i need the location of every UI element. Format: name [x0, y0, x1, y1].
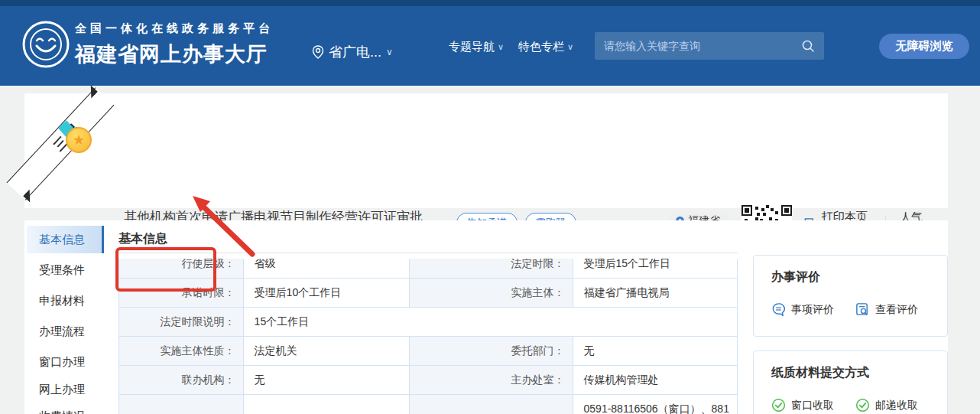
table-row: 0591-88116506（窗口）、881 — [119, 395, 737, 414]
paper-material-card-title: 纸质材料提交方式 — [771, 365, 947, 381]
comment-icon — [771, 302, 786, 317]
entrusting-dept-value: 无 — [573, 337, 737, 365]
paper-material-card: 纸质材料提交方式 窗口收取 邮递收取 — [753, 350, 948, 414]
sidebar-item-fee-info[interactable]: 收费情况 — [39, 409, 85, 414]
chevron-down-icon: ∨ — [567, 42, 573, 52]
nav-label: 特色专栏 — [518, 40, 564, 54]
joint-org-label: 联办机构： — [119, 366, 244, 394]
promised-time-value: 受理后10个工作日 — [244, 279, 410, 307]
nav-topic-guide[interactable]: 专题导航 ∨ — [449, 40, 504, 54]
service-summary-card: 三星 ★ 其他机构首次申请广播电视节目制作经营许可证审批 告知承诺 零跑腿 福建… — [24, 93, 948, 208]
host-office-value: 传媒机构管理处 — [573, 366, 737, 394]
mail-collect-label: 邮递收取 — [875, 399, 918, 412]
location-label: 省广电... — [329, 43, 381, 61]
row-label: 行使层级： — [119, 259, 244, 279]
accessibility-button[interactable]: 无障碍浏览 — [879, 34, 969, 59]
window-collect-label: 窗口收取 — [791, 399, 834, 412]
item-evaluate-link[interactable]: 事项评价 — [771, 302, 834, 317]
table-row: 行使层级： 省级 法定时限： 受理后15个工作日 — [119, 259, 737, 279]
implementing-body-value: 福建省广播电视局 — [573, 279, 737, 307]
site-header: 全国一体化在线政务服务平台 福建省网上办事大厅 省广电... ∨ 专题导航 ∨ … — [0, 0, 980, 86]
item-evaluate-label: 事项评价 — [791, 303, 834, 317]
star-rating-ribbon: 三星 — [7, 87, 115, 200]
evaluation-card: 办事评价 事项评价 查看评价 — [753, 255, 948, 337]
sidebar-item-process-flow[interactable]: 办理流程 — [39, 324, 85, 339]
row-value: 受理后15个工作日 — [573, 259, 737, 279]
body-nature-label: 实施主体性质： — [119, 337, 244, 365]
nav-label: 专题导航 — [449, 40, 495, 54]
site-brand: 全国一体化在线政务服务平台 福建省网上办事大厅 — [75, 21, 274, 68]
search-input[interactable] — [595, 32, 824, 60]
nav-featured-column[interactable]: 特色专栏 ∨ — [518, 40, 573, 54]
platform-name: 全国一体化在线政务服务平台 — [75, 21, 274, 36]
phone-value: 0591-88116506（窗口）、881 — [573, 395, 737, 414]
basic-info-table: 行使层级： 省级 法定时限： 受理后15个工作日 承诺时限： 受理后10个工作日… — [118, 259, 738, 414]
statutory-time-note-label: 法定时限说明： — [119, 308, 244, 336]
statutory-time-note-value: 15个工作日 — [244, 308, 737, 336]
medal-icon: ★ — [66, 127, 92, 153]
sidebar-item-online-handling[interactable]: 网上办理 — [39, 383, 85, 397]
table-row: 联办机构： 无 主办处室： 传媒机构管理处 — [119, 366, 737, 395]
search-document-icon — [855, 302, 870, 317]
row-value — [244, 395, 410, 414]
location-selector[interactable]: 省广电... ∨ — [312, 43, 393, 61]
table-row: 法定时限说明： 15个工作日 — [119, 308, 737, 337]
row-label — [410, 395, 573, 414]
row-value: 省级 — [244, 259, 410, 279]
body-nature-value: 法定机关 — [244, 337, 410, 365]
ribbon-arrow-icon — [85, 86, 98, 99]
window-collect-option: 窗口收取 — [771, 398, 834, 412]
table-row: 承诺时限： 受理后10个工作日 实施主体： 福建省广播电视局 — [119, 279, 737, 308]
ribbon-arrow-icon — [23, 189, 36, 202]
implementing-body-label: 实施主体： — [410, 279, 573, 307]
sidebar-item-application-materials[interactable]: 申报材料 — [39, 294, 85, 308]
view-evaluations-link[interactable]: 查看评价 — [855, 302, 918, 317]
sidebar-item-acceptance-conditions[interactable]: 受理条件 — [39, 263, 85, 278]
entrusting-dept-label: 委托部门： — [410, 337, 573, 365]
search-box — [595, 32, 824, 60]
detail-panel: 基本信息 受理条件 申报材料 办理流程 窗口办理 网上办理 收费情况 基本信息 … — [24, 220, 948, 414]
check-circle-icon — [771, 398, 786, 412]
joint-org-value: 无 — [244, 366, 410, 394]
sidebar-item-basic-info[interactable]: 基本信息 — [27, 226, 104, 253]
site-name: 福建省网上办事大厅 — [75, 41, 274, 68]
search-icon[interactable] — [801, 39, 815, 53]
check-circle-icon — [855, 398, 870, 412]
evaluation-card-title: 办事评价 — [771, 269, 947, 285]
chevron-down-icon: ∨ — [386, 47, 393, 57]
view-evaluations-label: 查看评价 — [875, 303, 918, 317]
section-title: 基本信息 — [118, 231, 167, 247]
table-row: 实施主体性质： 法定机关 委托部门： 无 — [119, 337, 737, 366]
location-pin-icon — [312, 45, 324, 59]
row-label — [119, 395, 244, 414]
promised-time-label: 承诺时限： — [119, 279, 244, 307]
row-label: 法定时限： — [410, 259, 573, 279]
sidebar-item-window-handling[interactable]: 窗口办理 — [39, 355, 85, 370]
chevron-down-icon: ∨ — [498, 42, 504, 52]
section-divider — [118, 253, 738, 253]
header-top-strip — [0, 0, 980, 6]
host-office-label: 主办处室： — [410, 366, 573, 394]
mail-collect-option: 邮递收取 — [855, 398, 918, 412]
site-logo-icon — [21, 20, 70, 69]
